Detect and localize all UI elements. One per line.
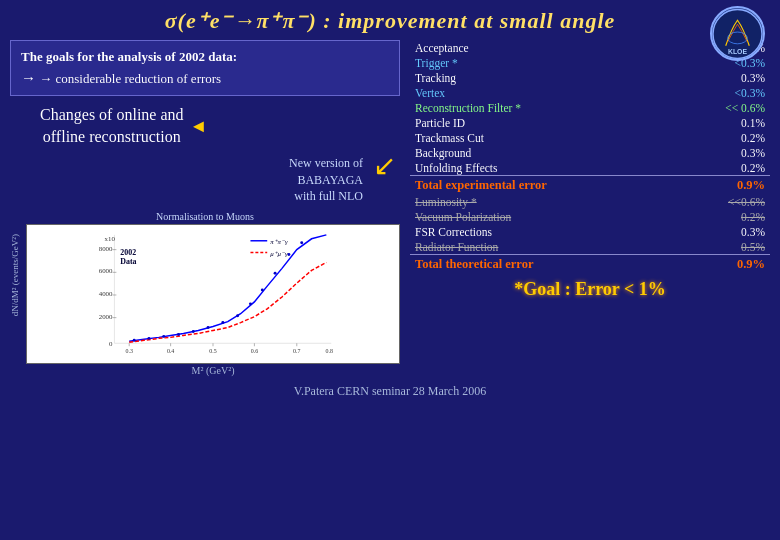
table-row: Total experimental error0.9%: [410, 176, 770, 194]
footer: V.Patera CERN seminar 28 March 2006: [0, 384, 780, 401]
svg-text:0.3: 0.3: [126, 348, 133, 354]
row-label: Vertex: [410, 85, 676, 100]
row-value: 0.2%: [676, 160, 770, 176]
svg-text:6000: 6000: [99, 267, 113, 274]
svg-text:π⁺π⁻γ: π⁺π⁻γ: [270, 238, 288, 245]
svg-point-35: [249, 303, 252, 306]
row-label: FSR Corrections: [410, 224, 676, 239]
title-text: σ(e⁺e⁻→π⁺π⁻) : improvement at small angl…: [165, 8, 616, 33]
svg-point-28: [147, 337, 150, 340]
svg-point-30: [177, 333, 180, 336]
main-content: The goals for the analysis of 2002 data:…: [0, 38, 780, 380]
row-label: Luminosity *: [410, 194, 676, 209]
svg-text:KLOE: KLOE: [728, 47, 747, 54]
goals-sub-text: → considerable reduction of errors: [39, 71, 221, 86]
svg-text:0.7: 0.7: [293, 348, 300, 354]
row-value: 0.5%: [676, 239, 770, 255]
chart-area: 0 2000 4000 6000 8000 0.3 0.4 0.5 0.6: [26, 224, 400, 364]
svg-text:0.4: 0.4: [167, 348, 174, 354]
row-label: Total theoretical error: [410, 255, 676, 273]
new-version-row: New version of BABAYAGA with full NLO ↙: [10, 153, 400, 209]
svg-text:0.8: 0.8: [326, 348, 333, 354]
chart-xlabel: M² (GeV²): [26, 365, 400, 376]
svg-point-32: [207, 326, 210, 329]
row-label: Particle ID: [410, 115, 676, 130]
chart-container: dN/dM² (events/GeV²) 0 2000 4000: [10, 224, 400, 376]
kloe-logo: KLOE: [710, 6, 765, 61]
chart-wrapper: 0 2000 4000 6000 8000 0.3 0.4 0.5 0.6: [26, 224, 400, 376]
nv-line1: New version of: [289, 155, 363, 172]
table-row: Background0.3%: [410, 145, 770, 160]
row-label: Radiator Function: [410, 239, 676, 255]
svg-point-37: [274, 272, 277, 275]
nv-line2: BABAYAGA: [289, 172, 363, 189]
table-row: Unfolding Effects0.2%: [410, 160, 770, 176]
row-label: Trackmass Cut: [410, 130, 676, 145]
row-value: 0.3%: [676, 70, 770, 85]
svg-text:2002: 2002: [120, 248, 136, 257]
arrow-down-icon: ↙: [373, 149, 396, 182]
row-label: Trigger *: [410, 55, 676, 70]
row-value: <<0.6%: [676, 194, 770, 209]
goals-title: The goals for the analysis of 2002 data:: [21, 47, 389, 67]
data-table: Acceptance0.3%Trigger *<0.3%Tracking0.3%…: [410, 40, 770, 273]
row-value: 0.2%: [676, 130, 770, 145]
changes-text: Changes of online and offline reconstruc…: [40, 104, 184, 149]
row-value: 0.2%: [676, 209, 770, 224]
row-label: Vacuum Polarization: [410, 209, 676, 224]
chart-svg: 0 2000 4000 6000 8000 0.3 0.4 0.5 0.6: [27, 225, 399, 363]
row-label: Acceptance: [410, 40, 676, 55]
new-version-text: New version of BABAYAGA with full NLO: [289, 155, 363, 205]
table-row: Radiator Function0.5%: [410, 239, 770, 255]
chart-ylabel: dN/dM² (events/GeV²): [10, 234, 20, 316]
goal-row: *Goal : Error < 1%: [410, 273, 770, 302]
goals-box: The goals for the analysis of 2002 data:…: [10, 40, 400, 96]
svg-text:0.5: 0.5: [209, 348, 216, 354]
table-row: Particle ID0.1%: [410, 115, 770, 130]
row-label: Reconstruction Filter *: [410, 100, 676, 115]
row-value: 0.9%: [676, 176, 770, 194]
page-title: σ(e⁺e⁻→π⁺π⁻) : improvement at small angl…: [0, 0, 780, 38]
changes-line2: offline reconstruction: [40, 126, 184, 148]
footer-text: V.Patera CERN seminar 28 March 2006: [294, 384, 486, 398]
svg-point-29: [162, 335, 165, 338]
nv-line3: with full NLO: [289, 188, 363, 205]
svg-text:8000: 8000: [99, 245, 113, 252]
row-value: 0.1%: [676, 115, 770, 130]
svg-text:Data: Data: [120, 258, 136, 267]
svg-point-38: [287, 253, 290, 256]
svg-text:0: 0: [109, 340, 113, 347]
arrow-right-icon: ◄: [190, 116, 208, 137]
row-label: Tracking: [410, 70, 676, 85]
normalisation-label: Normalisation to Muons: [10, 211, 400, 222]
table-row: Vacuum Polarization0.2%: [410, 209, 770, 224]
svg-text:2000: 2000: [99, 313, 113, 320]
right-panel: Acceptance0.3%Trigger *<0.3%Tracking0.3%…: [410, 40, 770, 378]
svg-point-31: [192, 330, 195, 333]
svg-point-27: [133, 339, 136, 342]
changes-line1: Changes of online and: [40, 104, 184, 126]
changes-row: Changes of online and offline reconstruc…: [40, 104, 400, 149]
table-row: Luminosity *<<0.6%: [410, 194, 770, 209]
svg-text:μ⁺μ⁻γ: μ⁺μ⁻γ: [270, 250, 288, 257]
row-value: <0.3%: [676, 85, 770, 100]
row-value: << 0.6%: [676, 100, 770, 115]
svg-point-39: [300, 241, 303, 244]
table-row: Trackmass Cut0.2%: [410, 130, 770, 145]
svg-point-33: [221, 321, 224, 324]
row-label: Total experimental error: [410, 176, 676, 194]
svg-point-34: [236, 314, 239, 317]
row-value: 0.9%: [676, 255, 770, 273]
table-row: FSR Corrections0.3%: [410, 224, 770, 239]
logo: KLOE: [710, 6, 770, 61]
svg-text:4000: 4000: [99, 290, 113, 297]
row-value: 0.3%: [676, 145, 770, 160]
svg-text:x10: x10: [105, 235, 116, 242]
table-row: Total theoretical error0.9%: [410, 255, 770, 273]
table-row: Vertex<0.3%: [410, 85, 770, 100]
row-label: Unfolding Effects: [410, 160, 676, 176]
left-panel: The goals for the analysis of 2002 data:…: [10, 40, 400, 378]
goals-sub: → → considerable reduction of errors: [21, 67, 389, 90]
table-row: Reconstruction Filter *<< 0.6%: [410, 100, 770, 115]
row-value: 0.3%: [676, 224, 770, 239]
